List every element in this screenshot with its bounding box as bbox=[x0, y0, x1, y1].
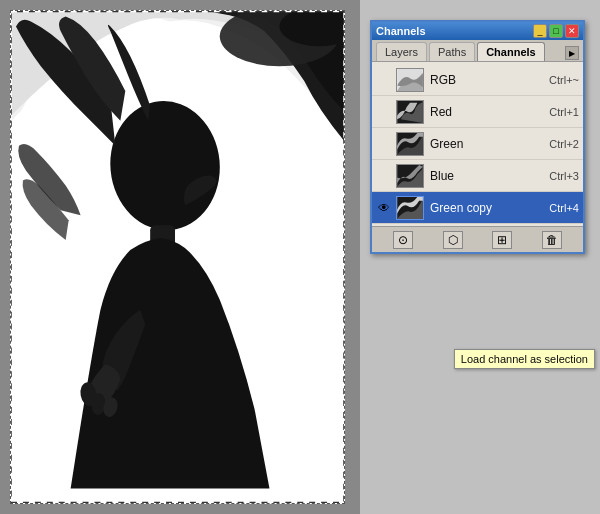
new-channel-button[interactable]: ⊞ bbox=[492, 231, 512, 249]
close-button[interactable]: ✕ bbox=[565, 24, 579, 38]
minimize-button[interactable]: _ bbox=[533, 24, 547, 38]
load-selection-button[interactable]: ⊙ bbox=[393, 231, 413, 249]
thumb-blue bbox=[396, 164, 424, 188]
panel-menu-button[interactable]: ▶ bbox=[565, 46, 579, 60]
canvas-image bbox=[10, 10, 345, 504]
channel-row-red[interactable]: Red Ctrl+1 bbox=[372, 96, 583, 128]
channel-row-green-copy[interactable]: 👁 Green copy Ctrl+4 bbox=[372, 192, 583, 224]
channel-shortcut-blue: Ctrl+3 bbox=[549, 170, 579, 182]
channel-shortcut-green-copy: Ctrl+4 bbox=[549, 202, 579, 214]
eye-icon: 👁 bbox=[378, 201, 390, 215]
channel-name-rgb: RGB bbox=[430, 73, 545, 87]
channel-shortcut-red: Ctrl+1 bbox=[549, 106, 579, 118]
channel-shortcut-rgb: Ctrl+~ bbox=[549, 74, 579, 86]
thumb-red bbox=[396, 100, 424, 124]
channel-row-green[interactable]: Green Ctrl+2 bbox=[372, 128, 583, 160]
channel-list: RGB Ctrl+~ Red Ctrl+1 bbox=[372, 62, 583, 226]
maximize-button[interactable]: □ bbox=[549, 24, 563, 38]
channel-name-green-copy: Green copy bbox=[430, 201, 545, 215]
tab-paths[interactable]: Paths bbox=[429, 42, 475, 61]
channel-name-green: Green bbox=[430, 137, 545, 151]
panel-tabs: Layers Paths Channels bbox=[372, 40, 583, 62]
visibility-green[interactable] bbox=[376, 136, 392, 152]
save-selection-button[interactable]: ⬡ bbox=[443, 231, 463, 249]
channel-row-blue[interactable]: Blue Ctrl+3 bbox=[372, 160, 583, 192]
visibility-red[interactable] bbox=[376, 104, 392, 120]
channels-panel: Channels _ □ ✕ Layers Paths Channels ▶ bbox=[370, 20, 585, 254]
thumb-green bbox=[396, 132, 424, 156]
thumb-green-copy bbox=[396, 196, 424, 220]
tooltip: Load channel as selection bbox=[454, 349, 595, 369]
panel-titlebar: Channels _ □ ✕ bbox=[372, 22, 583, 40]
panel-area: Channels _ □ ✕ Layers Paths Channels ▶ bbox=[360, 0, 600, 514]
visibility-green-copy[interactable]: 👁 bbox=[376, 200, 392, 216]
channel-shortcut-green: Ctrl+2 bbox=[549, 138, 579, 150]
delete-channel-button[interactable]: 🗑 bbox=[542, 231, 562, 249]
panel-toolbar: ⊙ ⬡ ⊞ 🗑 bbox=[372, 226, 583, 252]
visibility-blue[interactable] bbox=[376, 168, 392, 184]
channel-name-blue: Blue bbox=[430, 169, 545, 183]
panel-title: Channels bbox=[376, 25, 426, 37]
tab-layers[interactable]: Layers bbox=[376, 42, 427, 61]
visibility-rgb[interactable] bbox=[376, 72, 392, 88]
thumb-rgb bbox=[396, 68, 424, 92]
canvas-area bbox=[0, 0, 360, 514]
channel-row-rgb[interactable]: RGB Ctrl+~ bbox=[372, 64, 583, 96]
channel-name-red: Red bbox=[430, 105, 545, 119]
tab-channels[interactable]: Channels bbox=[477, 42, 545, 61]
titlebar-controls: _ □ ✕ bbox=[533, 24, 579, 38]
